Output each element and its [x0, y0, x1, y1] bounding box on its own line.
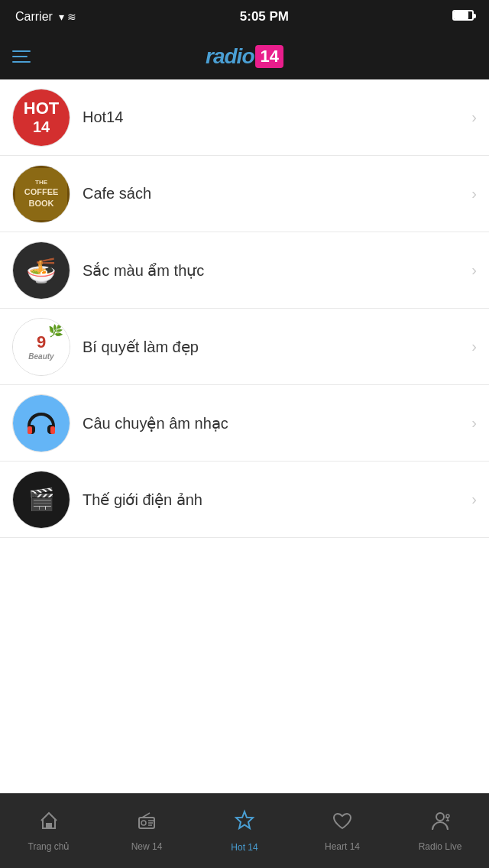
- chevron-icon: ›: [471, 338, 477, 355]
- nav-label-heart14: Heart 14: [325, 841, 360, 852]
- label-am-thuc: Sắc màu ẩm thực: [70, 261, 471, 280]
- nav-label-trang-chu: Trang chủ: [28, 841, 70, 852]
- icon-cafe-sach: THE COFFEE BOOK: [12, 165, 70, 223]
- battery-indicator: [452, 10, 474, 24]
- list-item-hot14[interactable]: HOT 14 Hot14 ›: [0, 79, 489, 156]
- program-list: HOT 14 Hot14 › THE COFFEE BOOK Cafe sách…: [0, 79, 489, 538]
- time-label: 5:05 PM: [240, 9, 289, 24]
- chevron-icon: ›: [471, 108, 477, 126]
- nav-label-new14: New 14: [131, 841, 163, 852]
- icon-lam-dep: 9 Beauty 🌿: [12, 318, 70, 376]
- wifi-icon: ▾ ≋: [59, 11, 76, 23]
- chevron-icon: ›: [471, 261, 477, 279]
- nav-item-radio-live[interactable]: Radio Live: [391, 794, 489, 868]
- status-left: Carrier ▾ ≋: [15, 10, 76, 24]
- icon-dien-anh: 🎬: [12, 471, 70, 529]
- list-item-am-thuc[interactable]: 🍜 Sắc màu ẩm thực ›: [0, 232, 489, 309]
- menu-button[interactable]: [12, 50, 31, 63]
- nav-label-radio-live: Radio Live: [419, 841, 462, 852]
- label-lam-dep: Bí quyết làm đẹp: [70, 338, 471, 356]
- carrier-label: Carrier: [15, 10, 53, 24]
- logo-14-text: 14: [255, 45, 283, 68]
- chevron-icon: ›: [471, 414, 477, 432]
- list-item-cafe-sach[interactable]: THE COFFEE BOOK Cafe sách ›: [0, 156, 489, 232]
- svg-point-9: [436, 813, 444, 821]
- chevron-icon: ›: [471, 491, 477, 508]
- svg-rect-2: [46, 823, 52, 828]
- label-am-nhac: Câu chuyện âm nhạc: [70, 414, 471, 432]
- label-hot14: Hot14: [70, 108, 471, 126]
- svg-point-11: [446, 815, 449, 818]
- icon-hot14: HOT 14: [12, 89, 70, 147]
- label-dien-anh: Thế giới điện ảnh: [70, 491, 471, 509]
- app-header: radio 14: [0, 34, 489, 79]
- house-icon: [38, 810, 60, 837]
- app-logo: radio 14: [206, 44, 283, 69]
- icon-am-nhac: [12, 394, 70, 452]
- nav-item-hot14[interactable]: Hot 14: [196, 794, 293, 868]
- radio-icon: [136, 810, 157, 837]
- svg-rect-0: [28, 426, 32, 434]
- icon-am-thuc: 🍜: [12, 241, 70, 300]
- nav-label-hot14: Hot 14: [231, 842, 257, 853]
- person-icon: [429, 810, 451, 837]
- status-bar: Carrier ▾ ≋ 5:05 PM: [0, 0, 489, 34]
- list-item-am-nhac[interactable]: Câu chuyện âm nhạc ›: [0, 385, 489, 462]
- nav-item-new14[interactable]: New 14: [98, 794, 196, 868]
- svg-rect-1: [50, 426, 55, 434]
- logo-radio-text: radio: [206, 44, 254, 69]
- nav-item-trang-chu[interactable]: Trang chủ: [0, 794, 98, 868]
- nav-item-heart14[interactable]: Heart 14: [293, 794, 391, 868]
- list-item-dien-anh[interactable]: 🎬 Thế giới điện ảnh ›: [0, 462, 489, 538]
- star-icon: [233, 809, 256, 837]
- list-item-lam-dep[interactable]: 9 Beauty 🌿 Bí quyết làm đẹp ›: [0, 309, 489, 385]
- heart-icon: [332, 810, 353, 837]
- chevron-icon: ›: [471, 185, 477, 202]
- bottom-nav: Trang chủ New 14 Hot 14: [0, 793, 489, 868]
- svg-point-4: [141, 821, 146, 825]
- label-cafe-sach: Cafe sách: [70, 185, 471, 202]
